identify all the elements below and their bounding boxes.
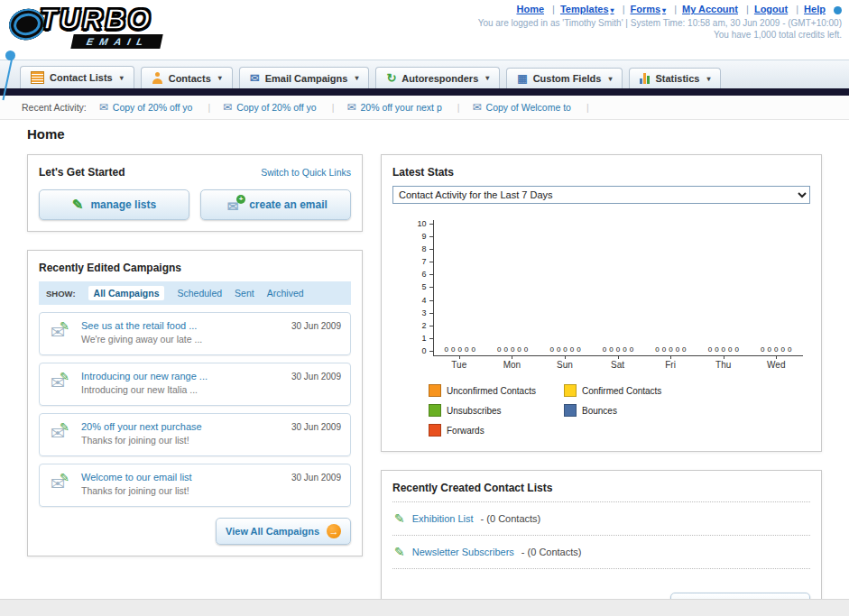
recent-activity-link[interactable]: Copy of Welcome to xyxy=(486,102,571,113)
stats-range-select[interactable]: Contact Activity for the Last 7 Days xyxy=(392,186,810,204)
show-label: SHOW: xyxy=(46,289,76,299)
chevron-down-icon: ▾ xyxy=(608,75,612,83)
contact-list-icon xyxy=(31,71,44,84)
chevron-down-icon: ▾ xyxy=(611,6,614,14)
envelope-icon: ✉ xyxy=(473,101,482,114)
pencil-icon: ✎ xyxy=(72,197,84,213)
contact-list-row[interactable]: ✎ Newsletter Subscribers - (0 Contacts) xyxy=(392,536,810,569)
recent-activity-link[interactable]: 20% off your next p xyxy=(361,102,442,113)
recent-activity-item: ✉ Copy of 20% off yo xyxy=(223,101,334,114)
nav-divider-bar xyxy=(0,88,849,96)
credits-status: You have 1,000 total credits left. xyxy=(478,30,842,40)
recent-contact-lists-panel: Recently Created Contact Lists ✎ Exhibit… xyxy=(381,470,822,616)
manage-lists-button[interactable]: ✎ manage lists xyxy=(39,189,189,220)
filter-tab-archived[interactable]: Archived xyxy=(267,288,304,299)
chevron-down-icon: ▾ xyxy=(706,75,710,83)
campaign-row[interactable]: ✉✎ See us at the retail food ... We're g… xyxy=(39,312,351,355)
view-all-campaigns-button[interactable]: View All Campaigns → xyxy=(216,518,351,545)
envelope-plus-icon: ✉+ xyxy=(224,198,242,212)
campaign-row[interactable]: ✉✎ Welcome to our email list Thanks for … xyxy=(39,464,351,507)
person-icon xyxy=(152,72,163,84)
chevron-down-icon: ▾ xyxy=(485,74,489,82)
campaign-date: 30 Jun 2009 xyxy=(291,372,341,382)
campaign-title-link[interactable]: See us at the retail food ... xyxy=(81,320,263,331)
right-column: Latest Stats Contact Activity for the La… xyxy=(381,154,822,616)
filter-tab-sent[interactable]: Sent xyxy=(235,288,254,299)
pencil-icon: ✎ xyxy=(394,511,405,526)
campaign-subtitle: Thanks for joining our list! xyxy=(81,435,263,446)
legend-item: Bounces xyxy=(564,404,699,417)
campaign-subtitle: Thanks for joining our list! xyxy=(81,485,263,496)
header-dot-icon xyxy=(834,6,842,14)
legend-item: Forwards xyxy=(429,424,564,437)
legend-item: Unconfirmed Contacts xyxy=(429,384,564,397)
nav-tab-autoresponders[interactable]: ↻ Autoresponders ▾ xyxy=(375,67,500,89)
left-column: Let's Get Started Switch to Quick Links … xyxy=(27,154,363,575)
contact-list-link[interactable]: Newsletter Subscribers xyxy=(412,547,514,557)
edit-campaign-icon: ✉✎ xyxy=(51,423,72,441)
edit-campaign-icon: ✉✎ xyxy=(51,473,72,492)
recent-contact-lists-title: Recently Created Contact Lists xyxy=(392,482,810,502)
contact-list-count: - (0 Contacts) xyxy=(521,547,582,557)
campaign-date: 30 Jun 2009 xyxy=(291,473,341,483)
campaign-date: 30 Jun 2009 xyxy=(291,321,341,331)
contact-list-row[interactable]: ✎ Exhibition List - (0 Contacts) xyxy=(392,502,810,536)
envelope-icon: ✉ xyxy=(346,101,355,114)
chevron-down-icon: ▾ xyxy=(218,74,222,82)
link-help[interactable]: Help xyxy=(804,4,826,14)
nav-tab-email-campaigns[interactable]: ✉ Email Campaigns ▾ xyxy=(239,67,370,89)
filter-tab-scheduled[interactable]: Scheduled xyxy=(177,288,222,299)
pencil-icon: ✎ xyxy=(394,545,405,559)
link-templates[interactable]: Templates▾ xyxy=(560,4,614,14)
nav-tab-contact-lists[interactable]: Contact Lists ▾ xyxy=(20,66,134,89)
contact-activity-chart: 109876543210 000000000000000000000000000… xyxy=(401,220,803,370)
link-home[interactable]: Home xyxy=(516,4,544,14)
chart-plot: 00000000000000000000000000000000000 xyxy=(433,220,803,356)
chart-legend: Unconfirmed ContactsConfirmed ContactsUn… xyxy=(429,384,810,437)
campaign-title-link[interactable]: Welcome to our email list xyxy=(81,472,263,483)
main-content: Home Let's Get Started Switch to Quick L… xyxy=(0,119,849,616)
campaign-title-link[interactable]: Introducing our new range ... xyxy=(81,371,263,382)
recent-activity-link[interactable]: Copy of 20% off yo xyxy=(113,102,193,113)
contact-list-link[interactable]: Exhibition List xyxy=(412,513,474,524)
latest-stats-title: Latest Stats xyxy=(392,166,810,179)
app-logo: TURBO EMAIL xyxy=(9,4,235,54)
nav-tab-contacts[interactable]: Contacts ▾ xyxy=(141,67,233,89)
header: TURBO EMAIL Home Templates▾ Forms▾ My Ac… xyxy=(0,0,849,60)
legend-item: Unsubscribes xyxy=(429,404,564,417)
envelope-icon: ✉ xyxy=(223,101,232,114)
campaign-title-link[interactable]: 20% off your next purchase xyxy=(81,421,263,432)
header-right: Home Templates▾ Forms▾ My Account Logout… xyxy=(478,4,842,40)
latest-stats-panel: Latest Stats Contact Activity for the La… xyxy=(381,154,822,452)
link-logout[interactable]: Logout xyxy=(754,4,788,14)
recent-campaigns-title: Recently Edited Campaigns xyxy=(39,262,351,274)
campaigns-filter-bar: SHOW: All Campaigns Scheduled Sent Archi… xyxy=(39,281,351,305)
recent-activity-item: ✉ Copy of Welcome to xyxy=(473,101,589,114)
recent-campaigns-panel: Recently Edited Campaigns SHOW: All Camp… xyxy=(27,250,363,556)
chevron-down-icon: ▾ xyxy=(355,74,358,82)
recent-activity-link[interactable]: Copy of 20% off yo xyxy=(236,102,317,113)
recent-activity-label: Recent Activity: xyxy=(22,102,87,113)
chevron-down-icon: ▾ xyxy=(120,74,124,82)
nav-tab-statistics[interactable]: Statistics ▾ xyxy=(629,68,721,89)
edit-campaign-icon: ✉✎ xyxy=(51,322,72,340)
filter-tab-all-campaigns[interactable]: All Campaigns xyxy=(88,286,165,300)
main-nav: Contact Lists ▾ Contacts ▾ ✉ Email Campa… xyxy=(0,60,849,89)
chart-x-labels: TueMonSunSatFriThuWed xyxy=(433,356,803,370)
logo-title: TURBO xyxy=(40,4,152,36)
nav-tab-custom-fields[interactable]: ▦ Custom Fields ▾ xyxy=(506,68,623,89)
chart-y-axis: 109876543210 xyxy=(401,220,433,355)
autoresponder-cycle-icon: ↻ xyxy=(386,72,396,84)
campaign-row[interactable]: ✉✎ Introducing our new range ... Introdu… xyxy=(39,363,351,406)
custom-fields-icon: ▦ xyxy=(517,73,527,84)
switch-quick-links[interactable]: Switch to Quick Links xyxy=(261,167,351,178)
link-forms[interactable]: Forms▾ xyxy=(630,4,666,14)
get-started-title: Let's Get Started xyxy=(39,166,125,179)
envelope-icon: ✉ xyxy=(99,101,108,114)
campaign-subtitle: We're giving away our late ... xyxy=(81,334,263,345)
link-my-account[interactable]: My Account xyxy=(682,4,738,14)
create-email-button[interactable]: ✉+ create an email xyxy=(200,189,351,220)
campaign-subtitle: Introducing our new Italia ... xyxy=(81,384,263,395)
campaign-row[interactable]: ✉✎ 20% off your next purchase Thanks for… xyxy=(39,413,351,456)
recent-activity-item: ✉ Copy of 20% off yo xyxy=(99,101,210,114)
